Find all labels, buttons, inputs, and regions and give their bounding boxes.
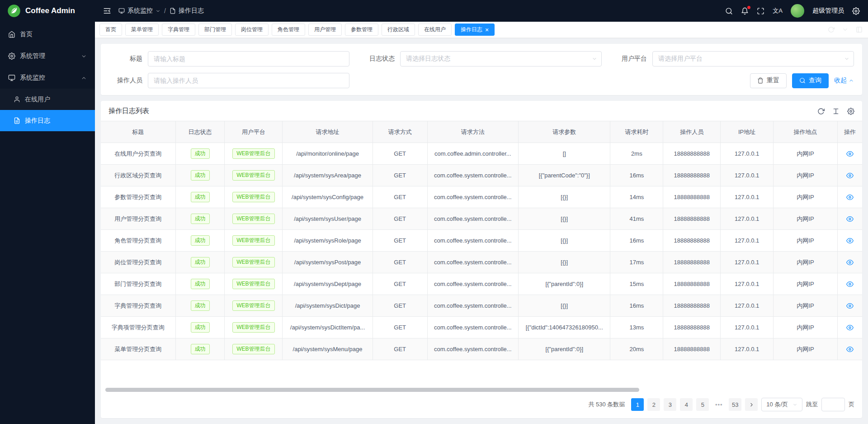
page-content: 标题 日志状态 请选择日志状态 用户平台 请选择用户平台 [95,38,868,424]
main-area: 系统监控 / 操作日志 文A 超级管理员 [95,0,868,424]
view-detail-eye-icon[interactable] [846,281,854,288]
tab-actions [828,26,863,33]
menu-fold-icon[interactable] [103,7,111,15]
action-cell [838,317,862,338]
trash-icon [757,77,764,84]
sidebar-item-system-management[interactable]: 系统管理 [0,45,95,67]
collapse-filter-link[interactable]: 收起 [834,76,854,85]
request-handler-cell: com.coffee.system.controlle... [427,273,518,295]
reset-button[interactable]: 重置 [750,73,787,88]
ip-cell: 127.0.0.1 [721,165,774,186]
operator-input[interactable] [148,73,349,88]
log-status-select[interactable]: 请选择日志状态 [400,51,602,67]
page-button[interactable]: 2 [647,398,660,411]
location-cell: 内网IP [774,338,838,360]
title-cell: 角色管理分页查询 [101,230,175,252]
sidebar-item-online-users[interactable]: 在线用户 [0,89,95,110]
column-header: 请求地址 [283,121,373,143]
tab-item[interactable]: 部门管理 [198,24,232,36]
page-button[interactable]: 3 [664,398,676,411]
tab-item[interactable]: 用户管理 [308,24,342,36]
view-detail-eye-icon[interactable] [846,259,854,266]
view-detail-eye-icon[interactable] [846,215,854,223]
ip-cell: 127.0.0.1 [721,295,774,317]
search-icon[interactable] [725,7,733,15]
view-detail-eye-icon[interactable] [846,302,854,310]
view-detail-eye-icon[interactable] [846,324,854,331]
page-size-select[interactable]: 10 条/页 [761,398,802,411]
user-platform-select[interactable]: 请选择用户平台 [652,51,854,67]
request-method-cell: GET [373,317,427,338]
ip-cell: 127.0.0.1 [721,252,774,273]
ip-cell: 127.0.0.1 [721,230,774,252]
refresh-icon[interactable] [817,108,825,115]
title-cell: 行政区域分页查询 [101,165,175,186]
scrollbar-thumb[interactable] [105,388,639,392]
platform-badge: WEB管理后台 [232,170,274,181]
table-row: 行政区域分页查询成功WEB管理后台/api/system/sysArea/pag… [101,165,862,186]
translate-icon[interactable]: 文A [773,7,783,15]
next-page-button[interactable] [745,398,758,411]
table-header-row: 标题日志状态用户平台请求地址请求方式请求方法请求参数请求耗时操作人员IP地址操作… [101,121,862,143]
avatar[interactable] [791,4,804,18]
chevron-down-icon[interactable] [842,26,849,33]
refresh-icon[interactable] [828,26,835,33]
tab-item[interactable]: 字典管理 [162,24,195,36]
table-row: 用户管理分页查询成功WEB管理后台/api/system/sysUser/pag… [101,208,862,230]
platform-badge: WEB管理后台 [232,148,274,159]
duration-cell: 16ms [610,295,663,317]
filter-spacer [361,73,602,88]
column-settings-gear-icon[interactable] [847,108,854,115]
sidebar-item-operation-log[interactable]: 操作日志 [0,110,95,131]
tab-item[interactable]: 在线用户 [418,24,452,36]
tab-item[interactable]: 岗位管理 [235,24,269,36]
request-params-cell: [{"parentId":0}] [519,273,610,295]
total-count-text: 共 530 条数据 [588,400,625,409]
logo-icon [7,4,21,18]
tab-item[interactable]: 首页 [99,24,122,36]
tab-label: 参数管理 [351,26,373,33]
page-button[interactable]: 1 [631,398,644,411]
notification-bell-icon[interactable] [741,7,749,15]
location-cell: 内网IP [774,208,838,230]
row-density-icon[interactable] [832,108,840,115]
request-method-cell: GET [373,252,427,273]
view-detail-eye-icon[interactable] [846,346,854,353]
page-button[interactable]: 4 [680,398,693,411]
view-detail-eye-icon[interactable] [846,237,854,244]
status-cell: 成功 [175,186,225,208]
chevron-down-icon [592,56,597,62]
tab-active[interactable]: 操作日志× [455,24,495,36]
tab-close-icon[interactable]: × [485,27,489,33]
view-detail-eye-icon[interactable] [846,172,854,179]
tab-item[interactable]: 菜单管理 [125,24,159,36]
view-detail-eye-icon[interactable] [846,194,854,201]
jump-page-input[interactable] [821,398,845,411]
title-cell: 岗位管理分页查询 [101,252,175,273]
panel-layout-icon[interactable] [856,26,863,33]
settings-gear-icon[interactable] [852,7,860,15]
sidebar-item-home[interactable]: 首页 [0,24,95,45]
view-detail-eye-icon[interactable] [846,150,854,157]
column-header: 操作 [838,121,862,143]
tab-item[interactable]: 参数管理 [345,24,378,36]
action-cell [838,295,862,317]
title-input[interactable] [148,51,349,67]
request-url-cell: /api/system/sysMenu/page [283,338,373,360]
request-handler-cell: com.coffee.system.controlle... [427,208,518,230]
table-card-header: 操作日志列表 [101,101,862,121]
fullscreen-icon[interactable] [757,7,764,15]
table-row: 参数管理分页查询成功WEB管理后台/api/system/sysConfig/p… [101,186,862,208]
tab-item[interactable]: 行政区域 [382,24,415,36]
column-header: 操作地点 [774,121,838,143]
page-button[interactable]: 53 [729,398,741,411]
tab-item[interactable]: 角色管理 [272,24,305,36]
search-button[interactable]: 查询 [792,73,829,88]
duration-cell: 20ms [610,338,663,360]
status-badge: 成功 [191,170,210,181]
ip-cell: 127.0.0.1 [721,273,774,295]
sidebar-item-system-monitor[interactable]: 系统监控 [0,67,95,89]
page-button[interactable]: 5 [696,398,709,411]
breadcrumb-system-monitor[interactable]: 系统监控 [118,7,160,15]
title-field-label: 标题 [109,55,148,63]
